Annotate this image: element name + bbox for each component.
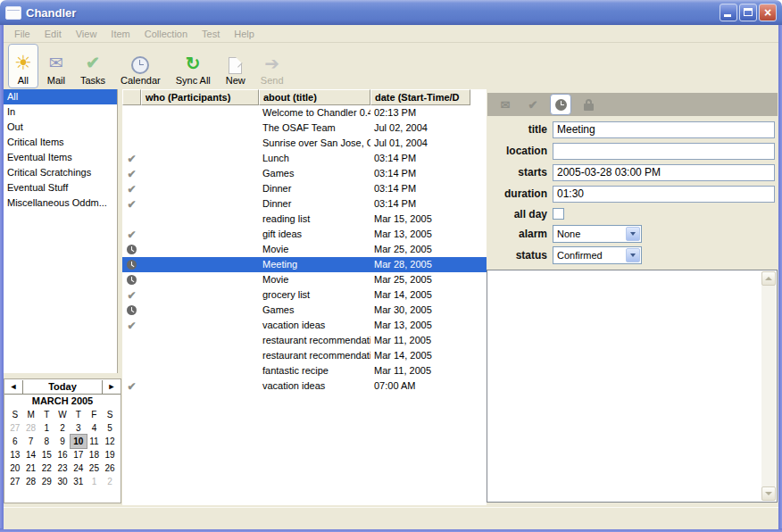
calendar-day[interactable]: 2 (54, 421, 71, 435)
table-row[interactable]: ✔vacation ideas07:00 AM (122, 378, 487, 394)
calendar-today-button[interactable]: Today (23, 381, 102, 392)
menu-edit[interactable]: Edit (37, 27, 69, 41)
toolbar-button-send[interactable]: ➔Send (254, 44, 290, 88)
toolbar-button-new[interactable]: New (220, 44, 252, 88)
maximize-button[interactable] (739, 4, 757, 21)
calendar-day[interactable]: 14 (23, 448, 39, 461)
detail-check-toggle[interactable]: ✔ (522, 94, 544, 115)
menu-help[interactable]: Help (227, 27, 262, 41)
calendar-day[interactable]: 25 (87, 461, 103, 475)
calendar-day[interactable]: 26 (102, 461, 118, 475)
calendar-day[interactable]: 7 (23, 435, 39, 448)
calendar-day[interactable]: 30 (54, 475, 71, 488)
scroll-down-button[interactable] (761, 486, 776, 501)
calendar-day[interactable]: 19 (102, 448, 118, 461)
table-row[interactable]: Sunrise over San Jose, C...Jul 01, 2004 (122, 136, 487, 151)
column-header-who-participants[interactable]: who (Participants) (141, 89, 259, 105)
starts-input[interactable] (553, 164, 775, 181)
status-select[interactable]: Confirmed (553, 246, 642, 264)
calendar-day[interactable]: 4 (87, 421, 103, 435)
close-button[interactable]: × (759, 4, 777, 21)
calendar-day[interactable]: 17 (71, 448, 87, 461)
table-row[interactable]: ✔vacation ideasMar 13, 2005 (122, 318, 487, 333)
collection-list[interactable]: AllInOutCritical ItemsEventual ItemsCrit… (4, 89, 118, 373)
table-row[interactable]: MeetingMar 28, 2005 (122, 257, 487, 272)
table-row[interactable]: ✔Games03:14 PM (122, 166, 487, 181)
calendar-day[interactable]: 29 (38, 475, 54, 488)
calendar-next-button[interactable]: ► (102, 380, 121, 394)
calendar-day[interactable]: 3 (71, 421, 87, 435)
sidebar-item-miscellaneous-oddm[interactable]: Miscellaneous Oddm... (4, 195, 117, 211)
calendar-day[interactable]: 6 (7, 435, 23, 448)
calendar-day[interactable]: 8 (38, 435, 54, 448)
detail-clock-toggle[interactable] (550, 94, 571, 115)
chevron-down-icon[interactable] (626, 248, 640, 262)
calendar-day[interactable]: 31 (71, 475, 87, 488)
column-header-about-title[interactable]: about (title) (259, 89, 370, 105)
sidebar-item-critical-items[interactable]: Critical Items (4, 135, 117, 150)
menu-item[interactable]: Item (104, 27, 137, 41)
menu-collection[interactable]: Collection (137, 27, 195, 41)
table-row[interactable]: ✔Dinner03:14 PM (122, 181, 487, 196)
table-row[interactable]: reading listMar 15, 2005 (122, 212, 487, 227)
calendar-day[interactable]: 10 (71, 435, 87, 448)
duration-input[interactable] (553, 186, 775, 203)
calendar-day[interactable]: 11 (87, 435, 103, 448)
toolbar-button-tasks[interactable]: ✔Tasks (74, 44, 112, 88)
calendar-day[interactable]: 27 (7, 475, 23, 488)
calendar-day[interactable]: 20 (7, 461, 23, 475)
alarm-select[interactable]: None (553, 225, 642, 243)
sidebar-item-in[interactable]: In (4, 104, 117, 120)
calendar-day[interactable]: 18 (87, 448, 103, 461)
all-day-checkbox[interactable] (553, 208, 564, 220)
table-row[interactable]: MovieMar 25, 2005 (122, 242, 487, 257)
notes-area[interactable] (487, 270, 778, 503)
chevron-down-icon[interactable] (626, 227, 640, 241)
calendar-day[interactable]: 13 (7, 448, 23, 461)
calendar-day[interactable]: 23 (54, 461, 71, 475)
notes-scrollbar[interactable] (761, 271, 776, 501)
table-row[interactable]: ✔Dinner03:14 PM (122, 196, 487, 212)
table-row[interactable]: ✔Lunch03:14 PM (122, 151, 487, 166)
sidebar-item-eventual-stuff[interactable]: Eventual Stuff (4, 180, 117, 195)
calendar-day[interactable]: 21 (23, 461, 39, 475)
calendar-day[interactable]: 9 (54, 435, 71, 448)
table-row[interactable]: GamesMar 30, 2005 (122, 303, 487, 318)
toolbar-button-mail[interactable]: ✉Mail (41, 44, 71, 88)
table-row[interactable]: ✔grocery listMar 14, 2005 (122, 287, 487, 303)
table-row[interactable]: ✔gift ideasMar 13, 2005 (122, 227, 487, 242)
table-row[interactable]: MovieMar 25, 2005 (122, 272, 487, 287)
table-row[interactable]: Welcome to Chandler 0.402:13 PM (122, 105, 487, 121)
detail-lock-toggle[interactable] (578, 94, 599, 115)
calendar-day[interactable]: 1 (87, 475, 103, 488)
calendar-day[interactable]: 24 (71, 461, 87, 475)
table-row[interactable]: restaurant recommendati...Mar 11, 2005 (122, 333, 487, 348)
calendar-day[interactable]: 27 (7, 421, 23, 435)
title-input[interactable] (553, 121, 775, 138)
calendar-day[interactable]: 2 (102, 475, 118, 488)
column-header-date-start-time-d[interactable]: date (Start-Time/D (370, 89, 470, 105)
toolbar-button-all[interactable]: ☀All (8, 44, 38, 88)
toolbar-button-calendar[interactable]: Calendar (114, 44, 167, 88)
calendar-day[interactable]: 1 (38, 421, 54, 435)
menu-view[interactable]: View (69, 27, 104, 41)
sidebar-item-eventual-items[interactable]: Eventual Items (4, 150, 117, 165)
table-row[interactable]: restaurant recommendati...Mar 14, 2005 (122, 348, 487, 363)
toolbar-button-sync-all[interactable]: ↻Sync All (170, 44, 217, 88)
detail-envelope-toggle[interactable]: ✉ (495, 94, 516, 115)
calendar-day[interactable]: 5 (102, 421, 118, 435)
calendar-day[interactable]: 28 (23, 475, 39, 488)
calendar-day[interactable]: 22 (38, 461, 54, 475)
calendar-prev-button[interactable]: ◄ (4, 380, 23, 394)
sidebar-item-critical-scratchings[interactable]: Critical Scratchings (4, 165, 117, 180)
table-row[interactable]: fantastic recipeMar 11, 2005 (122, 363, 487, 378)
calendar-day[interactable]: 16 (54, 448, 71, 461)
scroll-up-button[interactable] (761, 271, 776, 286)
menu-file[interactable]: File (7, 27, 37, 41)
sidebar-item-out[interactable]: Out (4, 120, 117, 135)
sidebar-item-all[interactable]: All (4, 89, 117, 104)
calendar-day[interactable]: 28 (23, 421, 39, 435)
title-bar[interactable]: Chandler × (0, 0, 782, 25)
location-input[interactable] (553, 143, 775, 160)
table-row[interactable]: The OSAF TeamJul 02, 2004 (122, 121, 487, 136)
